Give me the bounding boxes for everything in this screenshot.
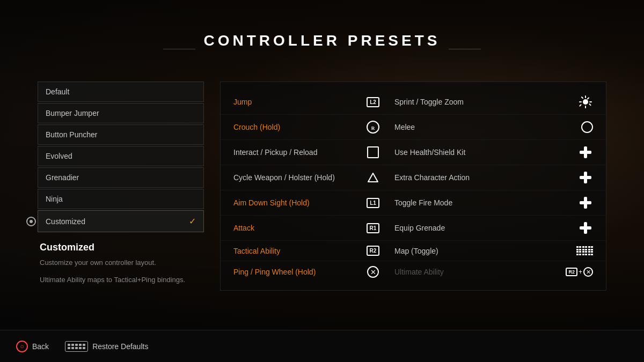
preset-info-title: Customized [40, 242, 204, 253]
binding-row-jump: Jump L2 Sprint / Toggle Zoom [221, 90, 606, 115]
icon-r2: R2 [352, 246, 394, 256]
title-line-right [449, 49, 481, 49]
icon-r1: R1 [352, 223, 394, 233]
icon-triangle [352, 172, 394, 183]
preset-info-description: Customize your own controller layout. [40, 257, 204, 268]
x-button-icon: ✕ [367, 266, 379, 278]
icon-l2: L2 [352, 97, 394, 107]
preset-info: Customized Customize your own controller… [38, 242, 204, 285]
page-title: CONTROLLER PRESETS [204, 32, 441, 49]
preset-label-grenadier: Grenadier [46, 173, 79, 182]
preset-info-note: Ultimate Ability maps to Tactical+Ping b… [40, 275, 204, 285]
action-map: Map (Toggle) [394, 247, 566, 255]
preset-item-bumper-jumper[interactable]: Bumper Jumper [38, 103, 204, 123]
icon-starburst [566, 94, 593, 109]
customized-circle-indicator [26, 217, 36, 226]
icon-dpad-fire [566, 195, 593, 210]
preset-label-evolved: Evolved [46, 152, 72, 160]
action-toggle-fire: Toggle Fire Mode [394, 198, 566, 207]
action-ultimate: Ultimate Ability [394, 268, 566, 276]
svg-rect-1 [585, 95, 586, 98]
action-crouch: Crouch (Hold) [233, 123, 352, 131]
action-ping: Ping / Ping Wheel (Hold) [233, 268, 352, 276]
icon-dpad-extra [566, 170, 593, 185]
icon-x-button: ✕ [352, 266, 394, 278]
icon-dpad-health [566, 145, 593, 160]
svg-rect-12 [580, 151, 591, 154]
main-layout: Default Bumper Jumper Button Puncher Evo… [38, 82, 606, 291]
action-tactical: Tactical Ability [233, 247, 352, 255]
preset-item-evolved[interactable]: Evolved [38, 146, 204, 166]
binding-row-cycle-weapon: Cycle Weapon / Holster (Hold) Extra Char… [221, 165, 606, 190]
binding-row-tactical: Tactical Ability R2 Map (Toggle) [221, 241, 606, 261]
preset-label-customized: Customized [46, 217, 85, 226]
action-ads: Aim Down Sight (Hold) [233, 198, 352, 207]
binding-row-crouch: Crouch (Hold) R Melee [221, 115, 606, 140]
action-cycle-weapon: Cycle Weapon / Holster (Hold) [233, 173, 352, 182]
preset-item-default[interactable]: Default [38, 82, 204, 102]
binding-row-interact: Interact / Pickup / Reload Use Health/Sh… [221, 140, 606, 165]
action-health-kit: Use Health/Shield Kit [394, 148, 566, 157]
preset-label-bumper-jumper: Bumper Jumper [46, 109, 99, 117]
binding-row-ads: Aim Down Sight (Hold) L1 Toggle Fire Mod… [221, 190, 606, 216]
icon-r3: R [352, 120, 394, 135]
preset-label-ninja: Ninja [46, 195, 63, 203]
svg-marker-13 [368, 173, 378, 182]
icon-grid-map [566, 246, 593, 255]
svg-point-0 [583, 99, 588, 105]
icon-circle [566, 121, 593, 133]
action-attack: Attack [233, 224, 352, 232]
preset-item-grenadier[interactable]: Grenadier [38, 167, 204, 188]
svg-rect-15 [580, 176, 591, 179]
checkmark-icon: ✓ [189, 216, 196, 226]
action-melee: Melee [394, 123, 566, 131]
action-extra-character: Extra Character Action [394, 173, 566, 182]
svg-rect-7 [579, 104, 582, 107]
preset-item-customized[interactable]: Customized ✓ [38, 210, 204, 232]
svg-rect-19 [580, 226, 591, 230]
binding-row-ping: Ping / Ping Wheel (Hold) ✕ Ultimate Abil… [221, 261, 606, 283]
action-jump: Jump [233, 98, 352, 106]
svg-rect-17 [580, 201, 591, 204]
square-button-icon [367, 146, 379, 158]
binding-row-attack: Attack R1 Equip Grenade [221, 216, 606, 241]
svg-rect-5 [581, 97, 584, 99]
preset-item-button-puncher[interactable]: Button Puncher [38, 124, 204, 145]
action-sprint: Sprint / Toggle Zoom [394, 98, 566, 106]
preset-label-button-puncher: Button Puncher [46, 130, 98, 139]
svg-rect-3 [579, 101, 582, 102]
svg-rect-4 [589, 101, 592, 102]
action-interact: Interact / Pickup / Reload [233, 148, 352, 157]
icon-l1: L1 [352, 198, 394, 208]
icon-square [352, 146, 394, 158]
title-line-left [163, 49, 195, 49]
action-equip-grenade: Equip Grenade [394, 224, 566, 232]
preset-item-ninja[interactable]: Ninja [38, 189, 204, 209]
map-grid-icon [576, 246, 594, 255]
svg-text:R: R [371, 125, 375, 131]
svg-rect-2 [585, 106, 586, 108]
svg-rect-8 [589, 104, 591, 106]
svg-rect-6 [587, 97, 589, 100]
preset-label-default: Default [46, 87, 69, 96]
r2-x-combo-icon: R2 + ✕ [566, 267, 593, 277]
icon-dpad-grenade [566, 220, 593, 235]
bindings-panel: Jump L2 Sprint / Toggle Zoom [220, 82, 606, 291]
presets-panel: Default Bumper Jumper Button Puncher Evo… [38, 82, 204, 291]
icon-r2-x-combo: R2 + ✕ [566, 267, 593, 277]
